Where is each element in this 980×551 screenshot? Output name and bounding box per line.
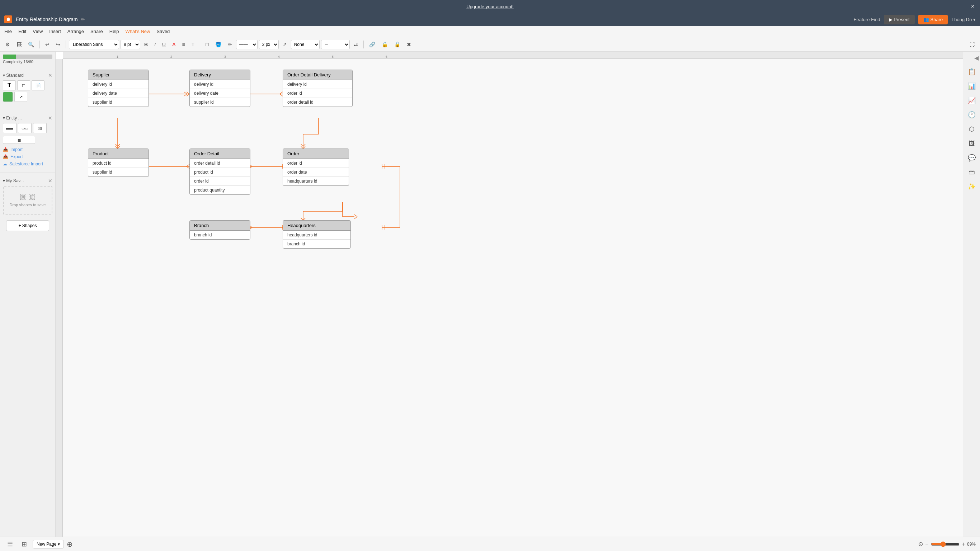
shapes-button[interactable]: + Shapes xyxy=(6,220,49,231)
svg-line-1 xyxy=(186,92,189,94)
delivery-entity[interactable]: Delivery delivery id delivery date suppl… xyxy=(189,70,250,107)
supplier-header: Supplier xyxy=(88,70,148,80)
headquarters-entity[interactable]: Headquarters headquarters id branch id xyxy=(283,220,351,248)
svg-line-17 xyxy=(186,166,189,169)
branch-header: Branch xyxy=(190,221,250,231)
divider-2 xyxy=(0,172,55,173)
order-entity[interactable]: Order order id order date headquarters i… xyxy=(283,148,349,186)
waypoint-btn[interactable]: ↗ xyxy=(280,40,290,49)
delivery-field-2: delivery date xyxy=(190,89,250,98)
rect-shape[interactable]: □ xyxy=(17,80,30,91)
product-header: Product xyxy=(88,149,148,159)
branch-field-1: branch id xyxy=(190,231,250,239)
align-btn[interactable]: ≡ xyxy=(179,40,187,49)
order-detail-header: Order Detail xyxy=(190,149,250,159)
font-select[interactable]: Liberation Sans xyxy=(69,40,119,49)
salesforce-link[interactable]: ☁ Salesforce Import xyxy=(3,160,52,167)
arrow-end-select[interactable]: → xyxy=(321,40,350,49)
svg-line-4 xyxy=(184,94,187,96)
order-header: Order xyxy=(283,149,348,159)
svg-line-8 xyxy=(280,94,283,96)
title-bar: Entity Relationship Diagram ✏ Feature Fi… xyxy=(0,13,490,26)
ruler-tick-4: 4 xyxy=(278,55,280,59)
underline-btn[interactable]: U xyxy=(160,40,168,49)
hq-field-1: headquarters id xyxy=(283,231,350,240)
saved-header: ▾ My Sav... ✕ xyxy=(3,178,52,184)
menu-file[interactable]: File xyxy=(4,29,12,34)
od-field-2: product id xyxy=(190,168,250,177)
lock-btn[interactable]: 🔒 xyxy=(379,40,390,49)
saved-shapes-area: 🖼 🖼 Drop shapes to save xyxy=(3,186,52,215)
entity-section: ▾ Entity ... ✕ ▬▬ ▭▭ ▯▯ ▦ 📥 Import 📤 Exp… xyxy=(0,112,55,170)
drop-shapes-text: Drop shapes to save xyxy=(10,203,46,207)
od-field-3: order id xyxy=(190,177,250,186)
ruler-tick-6: 6 xyxy=(386,55,387,59)
menu-saved[interactable]: Saved xyxy=(156,29,170,34)
menu-whats-new[interactable]: What's New xyxy=(126,29,150,34)
svg-line-7 xyxy=(280,92,283,94)
import-link[interactable]: 📥 Import xyxy=(3,146,52,153)
text-shape[interactable]: T xyxy=(3,80,16,91)
font-size-select[interactable]: 8 pt xyxy=(121,40,140,49)
delivery-field-3: supplier id xyxy=(190,98,250,107)
entity-shape-1[interactable]: ▬▬ xyxy=(3,123,16,133)
menu-arrange[interactable]: Arrange xyxy=(67,29,84,34)
shape-btn[interactable]: □ xyxy=(203,40,211,49)
toolbar-undo-btn[interactable]: ↩ xyxy=(43,40,52,49)
entity-shape-2[interactable]: ▭▭ xyxy=(18,123,32,133)
product-entity[interactable]: Product product id supplier id xyxy=(88,148,149,177)
saved-close[interactable]: ✕ xyxy=(48,178,52,184)
menu-insert[interactable]: Insert xyxy=(49,29,61,34)
fill-btn[interactable]: 🪣 xyxy=(213,40,224,49)
standard-section: ▾ Standard ✕ T □ 📄 ↗ xyxy=(0,70,55,108)
headquarters-header: Headquarters xyxy=(283,221,350,231)
menu-edit[interactable]: Edit xyxy=(18,29,26,34)
odd-field-2: order id xyxy=(283,89,352,98)
menu-share[interactable]: Share xyxy=(91,29,103,34)
bold-btn[interactable]: B xyxy=(142,40,150,49)
menu-view[interactable]: View xyxy=(33,29,43,34)
toolbar-search-btn[interactable]: 🔍 xyxy=(25,40,37,49)
ruler-tick-1: 1 xyxy=(116,55,118,59)
entity-shape-3[interactable]: ▯▯ xyxy=(33,123,47,133)
svg-line-13 xyxy=(118,144,120,147)
line-color-btn[interactable]: ✏ xyxy=(225,40,235,49)
canvas-content[interactable]: Supplier delivery id delivery date suppl… xyxy=(63,59,490,276)
line-px-select[interactable]: 2 px xyxy=(259,40,279,49)
order-detail-delivery-entity[interactable]: Order Detail Delivery delivery id order … xyxy=(283,70,353,107)
export-link[interactable]: 📤 Export xyxy=(3,153,52,160)
menu-bar: File Edit View Insert Arrange Share Help… xyxy=(0,26,490,37)
document-title[interactable]: Entity Relationship Diagram xyxy=(16,16,78,22)
toolbar-settings-btn[interactable]: ⚙ xyxy=(3,40,13,49)
lock2-btn[interactable]: 🔓 xyxy=(392,40,403,49)
arrow-shape[interactable]: ↗ xyxy=(14,92,27,102)
standard-close[interactable]: ✕ xyxy=(48,72,52,78)
green-color[interactable] xyxy=(3,92,13,102)
menu-help[interactable]: Help xyxy=(110,29,119,34)
svg-line-3 xyxy=(184,92,187,94)
export-icon: 📤 xyxy=(3,154,8,159)
toolbar-redo-btn[interactable]: ↪ xyxy=(53,40,63,49)
entity-close[interactable]: ✕ xyxy=(48,115,52,121)
order-detail-entity[interactable]: Order Detail order detail id product id … xyxy=(189,148,250,195)
complexity-bar-fill xyxy=(3,54,16,59)
line-style-select[interactable]: —— xyxy=(236,40,258,49)
clear-btn[interactable]: ✖ xyxy=(404,40,414,49)
odd-field-1: delivery id xyxy=(283,80,352,89)
app-icon xyxy=(4,16,12,23)
font-color-btn[interactable]: A xyxy=(170,40,178,49)
italic-btn[interactable]: I xyxy=(152,40,158,49)
link-btn[interactable]: 🔗 xyxy=(367,40,378,49)
entity-shape-4[interactable]: ▦ xyxy=(3,136,35,144)
supplier-entity[interactable]: Supplier delivery id delivery date suppl… xyxy=(88,70,149,107)
text-format-btn[interactable]: T xyxy=(189,40,197,49)
edit-icon[interactable]: ✏ xyxy=(81,16,85,22)
left-panel: Complexity 16/60 ▾ Standard ✕ T □ 📄 ↗ ▾ … xyxy=(0,52,56,276)
arrow-none-select[interactable]: None xyxy=(291,40,320,49)
reverse-btn[interactable]: ⇄ xyxy=(351,40,361,49)
note-shape[interactable]: 📄 xyxy=(32,80,45,91)
toolbar-image-btn[interactable]: 🖼 xyxy=(14,40,24,49)
toolbar: ⚙ 🖼 🔍 ↩ ↪ Liberation Sans 8 pt B I U A ≡… xyxy=(0,37,490,52)
branch-entity[interactable]: Branch branch id xyxy=(189,220,250,240)
upgrade-link[interactable]: Upgrade your account! xyxy=(466,4,490,10)
